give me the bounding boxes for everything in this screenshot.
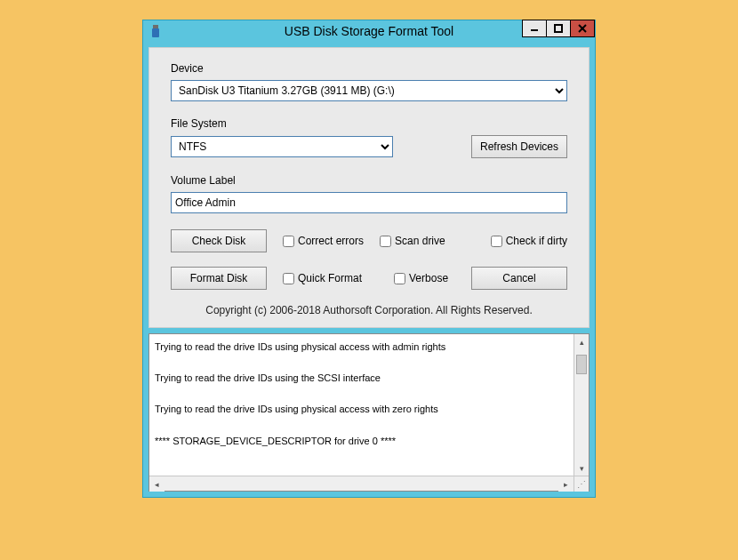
window-controls bbox=[523, 20, 595, 37]
device-select[interactable]: SanDisk U3 Titanium 3.27GB (3911 MB) (G:… bbox=[171, 80, 567, 101]
correct-errors-checkbox[interactable]: Correct errors bbox=[283, 235, 364, 247]
svg-rect-3 bbox=[555, 25, 562, 32]
client-area: Device SanDisk U3 Titanium 3.27GB (3911 … bbox=[148, 47, 590, 328]
cancel-button[interactable]: Cancel bbox=[471, 267, 567, 290]
maximize-button[interactable] bbox=[546, 20, 571, 37]
log-line: Trying to read the drive IDs using physi… bbox=[155, 341, 568, 353]
resize-grip-icon[interactable]: ⋰ bbox=[574, 476, 589, 492]
copyright-text: Copyright (c) 2006-2018 Authorsoft Corpo… bbox=[171, 304, 567, 316]
log-line: Trying to read the drive IDs using physi… bbox=[155, 404, 568, 415]
scroll-up-icon[interactable]: ▴ bbox=[574, 334, 589, 349]
log-line: Trying to read the drive IDs using the S… bbox=[155, 372, 568, 384]
horizontal-scrollbar[interactable]: ◂ ▸ ⋰ bbox=[149, 476, 589, 491]
volume-label-input[interactable] bbox=[171, 192, 567, 213]
scroll-down-icon[interactable]: ▾ bbox=[574, 460, 589, 476]
app-window: USB Disk Storage Format Tool Device SanD… bbox=[142, 20, 596, 498]
svg-rect-0 bbox=[153, 25, 158, 28]
log-line: **** STORAGE_DEVICE_DESCRIPTOR for drive… bbox=[155, 436, 568, 447]
quick-format-checkbox[interactable]: Quick Format bbox=[283, 272, 362, 284]
vertical-scrollbar[interactable]: ▴ ▾ bbox=[574, 334, 589, 476]
check-disk-button[interactable]: Check Disk bbox=[171, 229, 267, 252]
device-label: Device bbox=[171, 62, 567, 75]
verbose-checkbox[interactable]: Verbose bbox=[394, 272, 448, 284]
filesystem-select[interactable]: NTFS bbox=[171, 136, 393, 157]
filesystem-label: File System bbox=[171, 117, 567, 130]
log-output[interactable]: Trying to read the drive IDs using physi… bbox=[149, 334, 574, 476]
check-if-dirty-checkbox[interactable]: Check if dirty bbox=[491, 235, 567, 247]
titlebar[interactable]: USB Disk Storage Format Tool bbox=[143, 20, 595, 42]
usb-drive-icon bbox=[148, 24, 163, 38]
scroll-right-icon[interactable]: ▸ bbox=[558, 476, 574, 492]
format-disk-button[interactable]: Format Disk bbox=[171, 267, 267, 290]
svg-rect-1 bbox=[152, 28, 159, 37]
scroll-thumb[interactable] bbox=[576, 355, 587, 374]
refresh-devices-button[interactable]: Refresh Devices bbox=[471, 135, 567, 158]
minimize-button[interactable] bbox=[522, 20, 547, 37]
scroll-left-icon[interactable]: ◂ bbox=[149, 476, 164, 492]
log-panel: Trying to read the drive IDs using physi… bbox=[148, 333, 590, 492]
close-button[interactable] bbox=[570, 20, 595, 37]
volume-label-label: Volume Label bbox=[171, 174, 567, 187]
scan-drive-checkbox[interactable]: Scan drive bbox=[380, 235, 445, 247]
